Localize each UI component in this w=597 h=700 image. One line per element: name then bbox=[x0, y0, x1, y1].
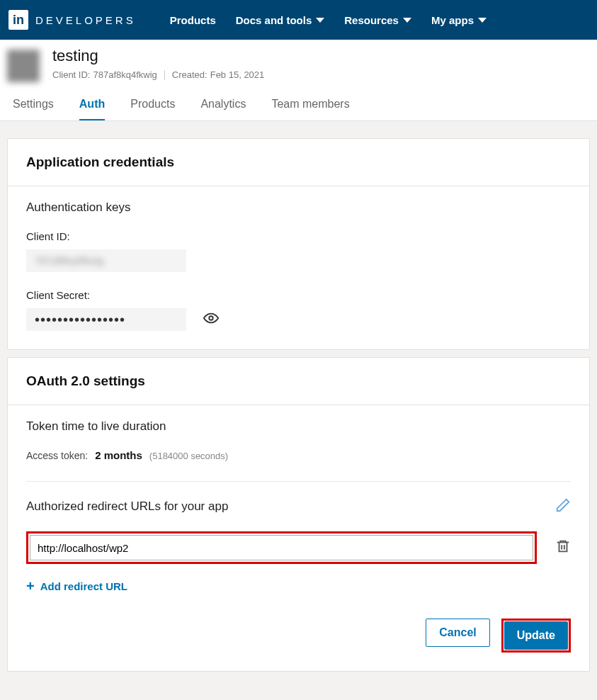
tab-team-members[interactable]: Team members bbox=[271, 98, 349, 120]
tab-products[interactable]: Products bbox=[130, 98, 175, 120]
nav-docs-tools[interactable]: Docs and tools bbox=[236, 14, 325, 26]
app-logo-icon bbox=[7, 50, 40, 82]
client-secret-field-label: Client Secret: bbox=[26, 289, 571, 301]
cancel-button[interactable]: Cancel bbox=[426, 619, 489, 647]
plus-icon: + bbox=[26, 578, 35, 594]
section-divider bbox=[26, 481, 571, 482]
client-secret-display: •••••••••••••••• bbox=[26, 308, 186, 331]
ttl-title: Token time to live duration bbox=[26, 419, 571, 434]
meta-divider bbox=[164, 70, 165, 80]
redirect-urls-title: Authorized redirect URLs for your app bbox=[26, 499, 228, 514]
created-value: Feb 15, 2021 bbox=[210, 69, 265, 80]
tab-settings[interactable]: Settings bbox=[13, 98, 54, 120]
card-application-credentials: Application credentials Authentication k… bbox=[7, 138, 590, 350]
nav-my-apps[interactable]: My apps bbox=[431, 14, 487, 26]
eye-icon[interactable] bbox=[203, 310, 219, 329]
add-redirect-url-button[interactable]: + Add redirect URL bbox=[26, 578, 571, 594]
trash-icon[interactable] bbox=[555, 538, 571, 558]
linkedin-logo-icon[interactable]: in bbox=[8, 10, 28, 30]
caret-down-icon bbox=[316, 18, 324, 23]
top-nav: in DEVELOPERS Products Docs and tools Re… bbox=[0, 0, 597, 40]
redirect-url-input[interactable] bbox=[30, 535, 533, 560]
tabs: Settings Auth Products Analytics Team me… bbox=[0, 82, 597, 121]
brand-text: DEVELOPERS bbox=[35, 14, 136, 26]
update-button[interactable]: Update bbox=[504, 621, 568, 650]
client-id-label: Client ID: bbox=[52, 69, 90, 80]
tab-auth[interactable]: Auth bbox=[79, 98, 105, 120]
client-id-display: 787af8kq4fkwig bbox=[26, 249, 186, 272]
access-token-seconds: (5184000 seconds) bbox=[149, 451, 228, 461]
credentials-title: Application credentials bbox=[26, 154, 571, 170]
auth-keys-title: Authentication keys bbox=[26, 201, 571, 215]
oauth-title: OAuth 2.0 settings bbox=[26, 373, 571, 389]
access-token-label: Access token: bbox=[26, 450, 88, 461]
svg-point-0 bbox=[209, 316, 213, 320]
app-title: testing bbox=[52, 47, 264, 65]
client-id-field-label: Client ID: bbox=[26, 230, 571, 242]
caret-down-icon bbox=[403, 18, 411, 23]
nav-products[interactable]: Products bbox=[170, 14, 216, 26]
add-redirect-label: Add redirect URL bbox=[40, 580, 127, 592]
card-oauth-settings: OAuth 2.0 settings Token time to live du… bbox=[7, 357, 590, 672]
access-token-value: 2 months bbox=[95, 449, 142, 461]
caret-down-icon bbox=[478, 18, 487, 23]
update-button-highlight: Update bbox=[501, 619, 571, 653]
pencil-icon[interactable] bbox=[555, 497, 571, 516]
tab-analytics[interactable]: Analytics bbox=[200, 98, 246, 120]
app-header: testing Client ID: 787af8kq4fkwig Create… bbox=[0, 40, 597, 82]
nav-resources[interactable]: Resources bbox=[344, 14, 411, 26]
created-label: Created: bbox=[172, 69, 207, 80]
redirect-url-highlight bbox=[26, 531, 537, 564]
client-id-value: 787af8kq4fkwig bbox=[93, 69, 157, 80]
